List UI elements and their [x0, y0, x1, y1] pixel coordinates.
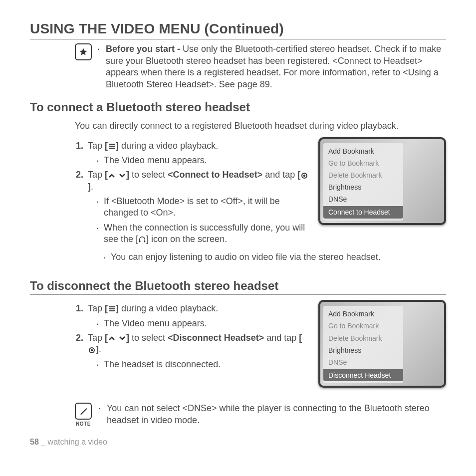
menu-item: Go to Bookmark	[323, 320, 403, 332]
disconnect-sub1: The headset is disconnected.	[97, 359, 309, 370]
menu-item: Add Bookmark	[323, 145, 403, 157]
menu-item: Brightness	[323, 344, 403, 356]
device-menu-disconnect: Add Bookmark Go to Bookmark Delete Bookm…	[323, 306, 403, 383]
svg-rect-9	[109, 308, 115, 309]
disconnect-step-2: Tap [ ] to select <Disconnect Headset> a…	[86, 332, 309, 370]
menu-item: DNSe	[323, 193, 403, 205]
connect-step-1: Tap [] during a video playback. The Vide…	[86, 140, 309, 167]
page-footer: 58 _ watching a video	[30, 437, 446, 448]
menu-item: DNSe	[323, 356, 403, 368]
connect-step1-sub: The Video menu appears.	[97, 155, 309, 166]
menu-item: Brightness	[323, 181, 403, 193]
device-screenshot-connect: Add Bookmark Go to Bookmark Delete Bookm…	[318, 137, 446, 225]
device-menu-connect: Add Bookmark Go to Bookmark Delete Bookm…	[323, 143, 403, 221]
device-screenshot-disconnect: Add Bookmark Go to Bookmark Delete Bookm…	[318, 300, 446, 388]
menu-item-highlight: Disconnect Headset	[323, 369, 403, 381]
svg-point-5	[303, 174, 305, 176]
svg-marker-0	[80, 48, 87, 55]
chevron-down-icon	[118, 173, 126, 179]
disconnect-step-1: Tap [] during a video playback. The Vide…	[86, 303, 309, 329]
before-you-start-block: Before you start - Use only the Bluetoot…	[30, 43, 446, 90]
svg-rect-7	[144, 240, 146, 242]
page-title: USING THE VIDEO MENU (Continued)	[30, 20, 446, 39]
headset-icon	[138, 237, 146, 243]
svg-rect-2	[109, 146, 115, 147]
menu-item: Delete Bookmark	[323, 332, 403, 344]
connect-intro: You can directly connect to a registered…	[75, 120, 446, 132]
note-icon	[75, 403, 92, 420]
before-you-start-text: Before you start - Use only the Bluetoot…	[98, 43, 446, 90]
svg-rect-1	[109, 144, 115, 145]
note-text-wrap: You can not select <DNSe> while the play…	[99, 403, 446, 427]
menu-button-icon	[108, 143, 116, 150]
connect-sub3-wrap: You can enjoy listening to audio on vide…	[95, 251, 446, 263]
chevron-up-icon	[108, 173, 116, 179]
chevron-up-icon	[108, 335, 116, 341]
svg-rect-6	[139, 240, 141, 242]
connect-step-2: Tap [ ] to select <Connect to Headset> a…	[86, 169, 309, 245]
select-button-icon	[300, 172, 308, 179]
connect-sub2: When the connection is successfully done…	[97, 222, 309, 245]
connect-sub3: You can enjoy listening to audio on vide…	[104, 251, 446, 263]
heading-disconnect: To disconnect the Bluetooth stereo heads…	[30, 278, 446, 295]
menu-item: Add Bookmark	[323, 308, 403, 320]
star-icon	[75, 43, 92, 60]
note-block: NOTE You can not select <DNSe> while the…	[30, 403, 446, 427]
disconnect-step1-sub: The Video menu appears.	[97, 318, 309, 329]
menu-item: Delete Bookmark	[323, 169, 403, 181]
menu-item: Go to Bookmark	[323, 157, 403, 169]
connect-steps: Tap [] during a video playback. The Vide…	[75, 140, 309, 245]
svg-rect-3	[109, 148, 115, 149]
page-number: 58	[30, 438, 39, 446]
select-button-icon	[88, 347, 96, 354]
menu-button-icon	[108, 305, 116, 312]
svg-rect-10	[109, 310, 115, 311]
menu-item-highlight: Connect to Headset	[323, 206, 403, 218]
before-lead: Before you start -	[106, 44, 180, 54]
note-label: NOTE	[76, 421, 91, 427]
svg-point-12	[91, 349, 93, 351]
disconnect-steps: Tap [] during a video playback. The Vide…	[75, 303, 309, 370]
heading-connect: To connect a Bluetooth stereo headset	[30, 99, 446, 116]
chapter-name: watching a video	[48, 438, 107, 446]
note-text: You can not select <DNSe> while the play…	[99, 403, 446, 426]
connect-sub1: If <Bluetooth Mode> is set to <Off>, it …	[97, 196, 309, 219]
chevron-down-icon	[118, 335, 126, 341]
svg-rect-8	[109, 306, 115, 307]
